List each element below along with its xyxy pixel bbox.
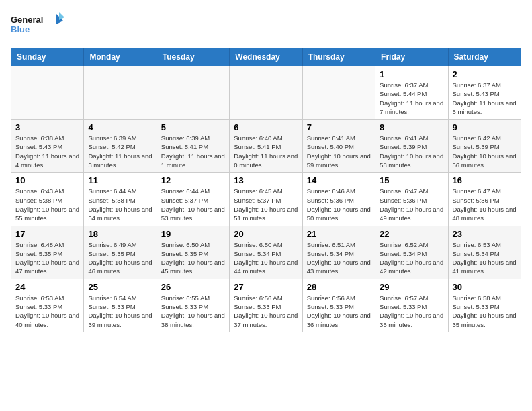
calendar-cell: 14Sunrise: 6:46 AM Sunset: 5:36 PM Dayli… — [302, 173, 375, 226]
logo-svg: General Blue — [11, 11, 64, 41]
day-info: Sunrise: 6:43 AM Sunset: 5:38 PM Dayligh… — [15, 187, 79, 222]
day-number: 27 — [234, 282, 298, 292]
day-info: Sunrise: 6:50 AM Sunset: 5:34 PM Dayligh… — [234, 240, 298, 276]
calendar-cell: 21Sunrise: 6:51 AM Sunset: 5:34 PM Dayli… — [302, 226, 375, 279]
calendar-cell: 15Sunrise: 6:47 AM Sunset: 5:36 PM Dayli… — [375, 173, 448, 226]
day-number: 12 — [161, 175, 225, 185]
day-number: 30 — [453, 282, 517, 292]
day-number: 29 — [380, 282, 443, 292]
day-number: 14 — [307, 175, 371, 185]
day-number: 21 — [307, 229, 371, 239]
day-info: Sunrise: 6:38 AM Sunset: 5:43 PM Dayligh… — [15, 134, 79, 169]
calendar-cell: 4Sunrise: 6:39 AM Sunset: 5:42 PM Daylig… — [84, 120, 157, 173]
day-info: Sunrise: 6:41 AM Sunset: 5:40 PM Dayligh… — [307, 134, 371, 169]
calendar-cell: 5Sunrise: 6:39 AM Sunset: 5:41 PM Daylig… — [157, 120, 229, 173]
calendar-week-1: 3Sunrise: 6:38 AM Sunset: 5:43 PM Daylig… — [11, 120, 521, 173]
calendar-week-0: 1Sunrise: 6:37 AM Sunset: 5:44 PM Daylig… — [11, 66, 521, 120]
day-info: Sunrise: 6:37 AM Sunset: 5:43 PM Dayligh… — [453, 81, 517, 116]
calendar-cell: 12Sunrise: 6:44 AM Sunset: 5:37 PM Dayli… — [157, 173, 229, 226]
calendar-cell: 19Sunrise: 6:50 AM Sunset: 5:35 PM Dayli… — [157, 226, 229, 279]
svg-text:General: General — [11, 15, 43, 25]
day-info: Sunrise: 6:49 AM Sunset: 5:35 PM Dayligh… — [88, 240, 152, 276]
calendar-cell: 3Sunrise: 6:38 AM Sunset: 5:43 PM Daylig… — [11, 120, 84, 173]
day-info: Sunrise: 6:50 AM Sunset: 5:35 PM Dayligh… — [161, 240, 225, 276]
day-info: Sunrise: 6:44 AM Sunset: 5:38 PM Dayligh… — [88, 187, 152, 222]
day-info: Sunrise: 6:48 AM Sunset: 5:35 PM Dayligh… — [15, 240, 79, 276]
day-number: 25 — [88, 282, 152, 292]
day-header-saturday: Saturday — [448, 48, 521, 66]
day-info: Sunrise: 6:53 AM Sunset: 5:34 PM Dayligh… — [453, 240, 517, 276]
day-number: 5 — [161, 122, 225, 132]
day-number: 24 — [15, 282, 79, 292]
calendar-cell: 2Sunrise: 6:37 AM Sunset: 5:43 PM Daylig… — [448, 66, 521, 120]
day-number: 15 — [380, 175, 443, 185]
calendar-cell: 26Sunrise: 6:55 AM Sunset: 5:33 PM Dayli… — [157, 279, 229, 332]
day-number: 28 — [307, 282, 371, 292]
logo: General Blue — [11, 11, 64, 41]
calendar-cell: 7Sunrise: 6:41 AM Sunset: 5:40 PM Daylig… — [302, 120, 375, 173]
day-header-tuesday: Tuesday — [157, 48, 229, 66]
page-header: General Blue — [11, 11, 521, 41]
calendar-week-4: 24Sunrise: 6:53 AM Sunset: 5:33 PM Dayli… — [11, 279, 521, 332]
calendar-cell: 6Sunrise: 6:40 AM Sunset: 5:41 PM Daylig… — [230, 120, 302, 173]
day-number: 19 — [161, 229, 225, 239]
calendar-week-3: 17Sunrise: 6:48 AM Sunset: 5:35 PM Dayli… — [11, 226, 521, 279]
day-header-sunday: Sunday — [11, 48, 84, 66]
day-number: 16 — [453, 175, 517, 185]
calendar-cell: 8Sunrise: 6:41 AM Sunset: 5:39 PM Daylig… — [375, 120, 448, 173]
calendar-cell: 16Sunrise: 6:47 AM Sunset: 5:36 PM Dayli… — [448, 173, 521, 226]
day-info: Sunrise: 6:56 AM Sunset: 5:33 PM Dayligh… — [307, 293, 371, 329]
day-number: 10 — [15, 175, 79, 185]
day-header-monday: Monday — [84, 48, 157, 66]
day-number: 13 — [234, 175, 298, 185]
calendar-cell: 29Sunrise: 6:57 AM Sunset: 5:33 PM Dayli… — [375, 279, 448, 332]
day-info: Sunrise: 6:58 AM Sunset: 5:33 PM Dayligh… — [453, 293, 517, 329]
day-number: 18 — [88, 229, 152, 239]
day-info: Sunrise: 6:45 AM Sunset: 5:37 PM Dayligh… — [234, 187, 298, 222]
day-info: Sunrise: 6:54 AM Sunset: 5:33 PM Dayligh… — [88, 293, 152, 329]
calendar-cell: 18Sunrise: 6:49 AM Sunset: 5:35 PM Dayli… — [84, 226, 157, 279]
calendar-cell: 9Sunrise: 6:42 AM Sunset: 5:39 PM Daylig… — [448, 120, 521, 173]
day-info: Sunrise: 6:46 AM Sunset: 5:36 PM Dayligh… — [307, 187, 371, 222]
calendar-cell — [230, 66, 302, 120]
day-number: 4 — [88, 122, 152, 132]
day-info: Sunrise: 6:53 AM Sunset: 5:33 PM Dayligh… — [15, 293, 79, 329]
svg-text:Blue: Blue — [11, 24, 30, 34]
calendar-cell — [84, 66, 157, 120]
day-number: 7 — [307, 122, 371, 132]
calendar-cell: 22Sunrise: 6:52 AM Sunset: 5:34 PM Dayli… — [375, 226, 448, 279]
calendar-cell — [11, 66, 84, 120]
calendar-cell: 23Sunrise: 6:53 AM Sunset: 5:34 PM Dayli… — [448, 226, 521, 279]
day-number: 11 — [88, 175, 152, 185]
calendar-cell — [157, 66, 229, 120]
calendar-cell: 28Sunrise: 6:56 AM Sunset: 5:33 PM Dayli… — [302, 279, 375, 332]
calendar-cell: 11Sunrise: 6:44 AM Sunset: 5:38 PM Dayli… — [84, 173, 157, 226]
day-number: 20 — [234, 229, 298, 239]
day-info: Sunrise: 6:39 AM Sunset: 5:42 PM Dayligh… — [88, 134, 152, 169]
day-number: 1 — [380, 69, 443, 79]
day-number: 6 — [234, 122, 298, 132]
calendar-header-row: SundayMondayTuesdayWednesdayThursdayFrid… — [11, 48, 521, 66]
calendar-cell: 10Sunrise: 6:43 AM Sunset: 5:38 PM Dayli… — [11, 173, 84, 226]
day-info: Sunrise: 6:51 AM Sunset: 5:34 PM Dayligh… — [307, 240, 371, 276]
day-info: Sunrise: 6:37 AM Sunset: 5:44 PM Dayligh… — [380, 81, 443, 116]
svg-marker-3 — [59, 12, 64, 20]
calendar-cell: 17Sunrise: 6:48 AM Sunset: 5:35 PM Dayli… — [11, 226, 84, 279]
day-info: Sunrise: 6:52 AM Sunset: 5:34 PM Dayligh… — [380, 240, 443, 276]
calendar-cell: 27Sunrise: 6:56 AM Sunset: 5:33 PM Dayli… — [230, 279, 302, 332]
day-number: 8 — [380, 122, 443, 132]
calendar-table: SundayMondayTuesdayWednesdayThursdayFrid… — [11, 48, 521, 332]
calendar-week-2: 10Sunrise: 6:43 AM Sunset: 5:38 PM Dayli… — [11, 173, 521, 226]
calendar-cell: 24Sunrise: 6:53 AM Sunset: 5:33 PM Dayli… — [11, 279, 84, 332]
calendar-cell: 1Sunrise: 6:37 AM Sunset: 5:44 PM Daylig… — [375, 66, 448, 120]
day-number: 23 — [453, 229, 517, 239]
day-number: 3 — [15, 122, 79, 132]
day-header-wednesday: Wednesday — [230, 48, 302, 66]
day-info: Sunrise: 6:41 AM Sunset: 5:39 PM Dayligh… — [380, 134, 443, 169]
calendar-cell: 13Sunrise: 6:45 AM Sunset: 5:37 PM Dayli… — [230, 173, 302, 226]
day-info: Sunrise: 6:44 AM Sunset: 5:37 PM Dayligh… — [161, 187, 225, 222]
day-number: 9 — [453, 122, 517, 132]
day-number: 22 — [380, 229, 443, 239]
day-header-thursday: Thursday — [302, 48, 375, 66]
day-number: 26 — [161, 282, 225, 292]
